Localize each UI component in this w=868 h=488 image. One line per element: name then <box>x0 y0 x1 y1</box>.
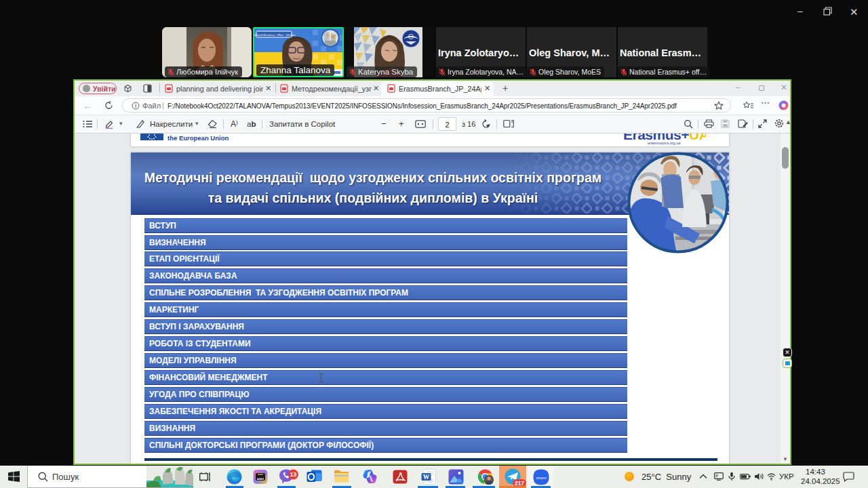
svg-text:zoom: zoom <box>536 475 546 480</box>
svg-text:13: 13 <box>290 471 297 478</box>
svg-text:W: W <box>423 474 430 481</box>
svg-text:PEIDA: PEIDA <box>258 478 263 481</box>
svg-text:National Erasmus+ Office - Ukr: National Erasmus+ Office - Ukraine <box>254 33 296 37</box>
